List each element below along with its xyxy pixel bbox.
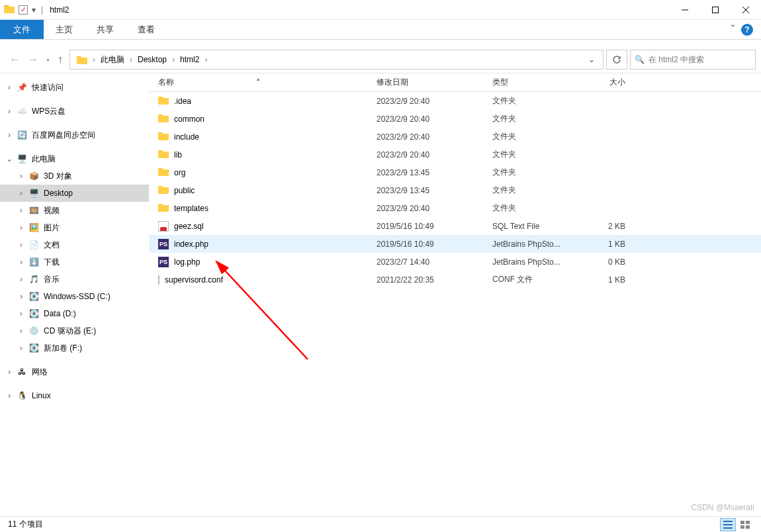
tree-child-icon: 💿	[28, 326, 40, 335]
tree-item[interactable]: ›🎞️视频	[0, 202, 149, 219]
file-size: 1 KB	[586, 275, 639, 285]
qat-checkbox-icon[interactable]: ✓	[19, 5, 28, 15]
help-icon[interactable]: ?	[741, 24, 753, 36]
tree-child-icon: 🎵	[28, 275, 40, 284]
chevron-right-icon[interactable]: ›	[171, 55, 176, 64]
tree-this-pc[interactable]: ⌄🖥️此电脑	[0, 150, 149, 167]
tree-child-icon: 🖥️	[28, 189, 40, 198]
file-row[interactable]: PSindex.php2019/5/16 10:49JetBrains PhpS…	[149, 235, 761, 253]
breadcrumb[interactable]: 此电脑	[97, 50, 128, 69]
recent-dropdown-icon[interactable]: ▾	[46, 56, 50, 64]
column-headers: ▴名称 修改日期 类型 大小	[149, 73, 761, 92]
breadcrumb[interactable]: Desktop	[134, 50, 171, 69]
chevron-right-icon[interactable]: ›	[128, 55, 134, 64]
file-icon	[158, 131, 169, 142]
file-icon	[158, 149, 169, 160]
search-box[interactable]: 🔍 在 html2 中搜索	[630, 50, 756, 69]
tree-item[interactable]: ›🖼️图片	[0, 219, 149, 236]
refresh-button[interactable]	[606, 50, 627, 69]
chevron-down-icon[interactable]: ⌄	[5, 154, 13, 163]
title-bar: ✓ ▾ | html2	[0, 0, 761, 20]
chevron-right-icon[interactable]: ›	[203, 55, 208, 64]
qat-dropdown-icon[interactable]: ▾	[32, 5, 36, 15]
col-type[interactable]: 类型	[483, 77, 586, 88]
quick-access-toolbar: ✓ ▾ |	[0, 4, 44, 15]
tree-child-icon: ⬇️	[28, 257, 40, 267]
address-bar[interactable]: › 此电脑 › Desktop › html2 › ⌄	[69, 50, 604, 69]
tree-baidu-sync[interactable]: ›🔄百度网盘同步空间	[0, 126, 149, 144]
file-row[interactable]: lib2023/2/9 20:40文件夹	[149, 146, 761, 163]
ribbon-collapse-icon[interactable]: ˇ	[731, 24, 735, 36]
back-button[interactable]: ←	[9, 54, 20, 66]
file-name: org	[174, 168, 185, 177]
search-icon: 🔍	[635, 55, 645, 64]
close-button[interactable]	[731, 0, 761, 20]
file-row[interactable]: common2023/2/9 20:40文件夹	[149, 110, 761, 128]
tree-quick-access[interactable]: ›📌快速访问	[0, 79, 149, 96]
tree-item[interactable]: ›📦3D 对象	[0, 167, 149, 185]
file-row[interactable]: PSlog.php2023/2/7 14:40JetBrains PhpSto.…	[149, 253, 761, 271]
file-row[interactable]: .idea2023/2/9 20:40文件夹	[149, 92, 761, 110]
file-name: public	[174, 186, 195, 195]
watermark: CSDN @Msaerati	[691, 503, 754, 512]
file-type: JetBrains PhpSto...	[483, 257, 586, 267]
tab-view[interactable]: 查看	[126, 20, 167, 39]
tab-file[interactable]: 文件	[0, 20, 44, 39]
tab-share[interactable]: 共享	[85, 20, 126, 39]
file-name: log.php	[174, 257, 200, 267]
col-date[interactable]: 修改日期	[367, 77, 483, 88]
file-row[interactable]: public2023/2/9 13:45文件夹	[149, 181, 761, 199]
chevron-right-icon[interactable]: ›	[91, 55, 97, 64]
monitor-icon: 🖥️	[16, 154, 28, 163]
tree-item[interactable]: ›📄文档	[0, 236, 149, 253]
tree-child-icon: 🖼️	[28, 223, 40, 232]
tree-item[interactable]: ›💽Data (D:)	[0, 305, 149, 322]
tree-child-icon: 📄	[28, 240, 40, 249]
file-row[interactable]: org2023/2/9 13:45文件夹	[149, 163, 761, 181]
file-date: 2023/2/9 13:45	[367, 168, 483, 177]
svg-rect-7	[723, 527, 733, 529]
tree-network[interactable]: ›🖧网络	[0, 363, 149, 380]
file-row[interactable]: include2023/2/9 20:40文件夹	[149, 128, 761, 146]
file-type: 文件夹	[483, 149, 586, 160]
svg-rect-6	[723, 524, 733, 525]
file-row[interactable]: supervisord.conf2021/2/22 20:35CONF 文件1 …	[149, 271, 761, 288]
tree-item[interactable]: ›💽Windows-SSD (C:)	[0, 288, 149, 305]
file-icon: PS	[158, 239, 169, 249]
file-size: 0 KB	[586, 257, 639, 267]
navigation-bar: ← → ▾ ↑ › 此电脑 › Desktop › html2 › ⌄ 🔍 在 …	[0, 46, 761, 73]
svg-rect-10	[740, 525, 744, 529]
file-type: 文件夹	[483, 131, 586, 142]
tree-item[interactable]: ›💽新加卷 (F:)	[0, 339, 149, 357]
svg-rect-5	[723, 521, 733, 522]
address-dropdown-icon[interactable]: ⌄	[583, 55, 600, 64]
maximize-button[interactable]	[700, 0, 731, 20]
view-details-button[interactable]	[720, 518, 736, 531]
ribbon-body-collapsed	[0, 40, 761, 46]
tab-home[interactable]: 主页	[44, 20, 85, 39]
file-icon: PS	[158, 257, 169, 267]
file-row[interactable]: templates2023/2/9 20:40文件夹	[149, 199, 761, 217]
col-size[interactable]: 大小	[586, 77, 639, 88]
ribbon-tabs: 文件 主页 共享 查看 ˇ ?	[0, 20, 761, 40]
tree-item[interactable]: ›⬇️下载	[0, 253, 149, 271]
col-name[interactable]: ▴名称	[149, 77, 367, 88]
file-date: 2023/2/9 20:40	[367, 97, 483, 106]
file-type: 文件夹	[483, 202, 586, 214]
tree-item[interactable]: ›🎵音乐	[0, 271, 149, 288]
breadcrumb[interactable]: html2	[176, 50, 203, 69]
file-icon	[158, 185, 169, 196]
tree-item[interactable]: ›💿CD 驱动器 (E:)	[0, 322, 149, 339]
file-row[interactable]: geez.sql2019/5/16 10:49SQL Text File2 KB	[149, 217, 761, 235]
forward-button[interactable]: →	[28, 54, 38, 66]
window-controls	[670, 0, 761, 20]
tree-wps-cloud[interactable]: ›☁️WPS云盘	[0, 103, 149, 120]
minimize-button[interactable]	[670, 0, 700, 20]
file-size: 1 KB	[586, 240, 639, 249]
sort-asc-icon: ▴	[257, 75, 260, 82]
file-type: 文件夹	[483, 113, 586, 124]
view-large-icons-button[interactable]	[737, 518, 753, 531]
tree-linux[interactable]: ›🐧Linux	[0, 387, 149, 404]
tree-item[interactable]: ›🖥️Desktop	[0, 185, 149, 202]
up-button[interactable]: ↑	[58, 54, 63, 66]
